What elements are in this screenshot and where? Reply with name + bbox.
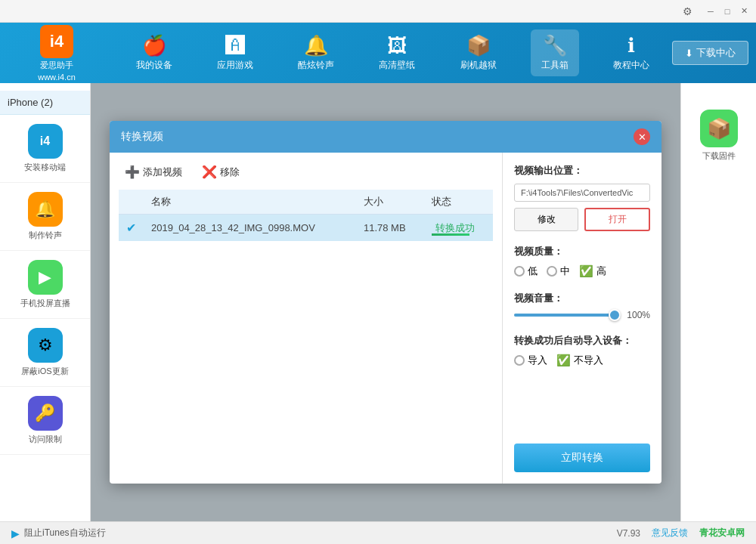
sidebar-item-install-app[interactable]: i4 安装移动端 [0,115,90,183]
nav-item-ringtone[interactable]: 🔔 酷炫铃声 [287,29,345,76]
quality-low-radio[interactable] [514,266,525,277]
logo-area: i4 爱思助手 www.i4.cn [8,25,106,82]
add-icon: ➕ [125,165,140,179]
nav-item-my-device[interactable]: 🍎 我的设备 [125,29,183,76]
sidebar-label-ringtone-make: 制作铃声 [29,230,62,241]
modal-settings: 视频输出位置： F:\i4Tools7\Files\ConvertedVic 修… [503,153,662,484]
itunes-icon: ▶ [11,527,20,539]
sidebar-item-ringtone-make[interactable]: 🔔 制作铃声 [0,183,90,251]
feedback-text[interactable]: 意见反馈 [652,527,688,539]
modal-toolbar: ➕ 添加视频 ❌ 移除 [119,162,493,182]
quality-medium-radio[interactable] [547,266,557,277]
row-status: 转换成功 [424,215,493,242]
watermark: 青花安卓网 [699,527,745,539]
volume-slider-track[interactable] [514,314,621,317]
header: i4 爱思助手 www.i4.cn 🍎 我的设备 🅰 应用游戏 🔔 酷炫铃声 🖼… [0,23,756,83]
sidebar-item-screen-cast[interactable]: ▶ 手机投屏直播 [0,251,90,319]
volume-slider-fill [514,314,621,317]
no-import-option[interactable]: ✅ 不导入 [556,354,603,367]
quality-low[interactable]: 低 [514,264,538,278]
nav-label-jailbreak: 刷机越狱 [460,59,497,72]
nav-item-wallpaper[interactable]: 🖼 高清壁纸 [368,29,426,76]
nav-right: ⬇ 下载中心 [672,41,748,65]
minimize-button[interactable]: ─ [705,5,717,17]
sidebar: iPhone (2) i4 安装移动端 🔔 制作铃声 ▶ 手机投屏直播 ⚙ 屏蔽… [0,83,91,521]
table-header-row: 名称 大小 状态 [119,190,493,215]
volume-slider-row: 100% [514,310,650,320]
nav-label-ringtone: 酷炫铃声 [298,59,334,72]
sidebar-label-screen-cast: 手机投屏直播 [20,298,70,309]
import-radio-group: 导入 ✅ 不导入 [514,354,650,367]
modify-path-button[interactable]: 修改 [514,208,578,231]
row-size: 11.78 MB [356,215,424,242]
nav-item-toolbox[interactable]: 🔧 工具箱 [531,29,579,76]
download-center-button[interactable]: ⬇ 下载中心 [672,41,748,65]
statusbar-left: ▶ 阻止iTunes自动运行 [11,527,106,539]
nav-item-jailbreak[interactable]: 📦 刷机越狱 [450,29,507,76]
modal-title: 转换视频 [121,130,163,144]
version-text: V7.93 [617,528,640,539]
volume-slider-thumb[interactable] [609,309,621,321]
open-path-button[interactable]: 打开 [584,208,650,231]
modal-header: 转换视频 ✕ [110,121,662,153]
nav-item-tutorial[interactable]: ℹ 教程中心 [603,29,660,76]
convert-button[interactable]: 立即转换 [514,444,650,472]
settings-icon[interactable]: ⚙ [683,5,692,17]
auto-import-label: 转换成功后自动导入设备： [514,334,650,348]
maximize-button[interactable]: □ [721,5,733,17]
import-radio[interactable] [514,355,525,366]
nav-item-app-game[interactable]: 🅰 应用游戏 [206,29,264,76]
window-close-button[interactable]: ✕ [738,5,750,17]
nav-icon-ringtone: 🔔 [304,34,328,57]
sidebar-item-block-update[interactable]: ⚙ 屏蔽iOS更新 [0,319,90,387]
nav-label-my-device: 我的设备 [136,59,172,72]
quality-high-check: ✅ [579,264,593,278]
quality-label: 视频质量： [514,245,650,258]
remove-video-button[interactable]: ❌ 移除 [196,162,246,182]
download-firmware-icon: 📦 [700,110,738,147]
nav-icon-app-game: 🅰 [225,34,245,57]
sidebar-icon-access-limit: 🔑 [28,396,63,431]
no-import-check: ✅ [556,354,571,367]
video-convert-modal: 转换视频 ✕ ➕ 添加视频 ❌ 移除 [110,121,662,484]
main-area: iPhone (2) i4 安装移动端 🔔 制作铃声 ▶ 手机投屏直播 ⚙ 屏蔽… [0,83,756,521]
file-table: 名称 大小 状态 ✔ 2019_04_28_13_42_IMG_0998.MOV… [119,190,493,241]
nav-label-app-game: 应用游戏 [217,59,253,72]
statusbar: ▶ 阻止iTunes自动运行 V7.93 意见反馈 青花安卓网 [0,521,756,544]
download-icon: ⬇ [685,48,693,59]
col-name: 名称 [144,190,356,215]
nav-icon-wallpaper: 🖼 [387,34,407,57]
modal-close-button[interactable]: ✕ [634,128,650,145]
logo-text: 爱思助手 [40,60,73,71]
nav-label-toolbox: 工具箱 [541,59,569,72]
add-video-button[interactable]: ➕ 添加视频 [119,162,188,182]
video-quality-group: 视频质量： 低 中 [514,245,650,278]
output-path-display: F:\i4Tools7\Files\ConvertedVic [514,184,650,202]
volume-label: 视频音量： [514,292,650,305]
nav-label-tutorial: 教程中心 [613,59,649,72]
content-area: 转换视频 ✕ ➕ 添加视频 ❌ 移除 [91,83,680,521]
table-row[interactable]: ✔ 2019_04_28_13_42_IMG_0998.MOV 11.78 MB… [119,215,493,242]
device-tab[interactable]: iPhone (2) [0,91,90,115]
download-firmware-item[interactable]: 📦 下载固件 [696,98,742,173]
nav-label-wallpaper: 高清壁纸 [379,59,415,72]
nav-icon-toolbox: 🔧 [543,34,567,57]
sidebar-item-access-limit[interactable]: 🔑 访问限制 [0,387,90,455]
modal-body: ➕ 添加视频 ❌ 移除 [110,153,662,484]
sidebar-icon-block-update: ⚙ [28,328,63,363]
logo-sub: www.i4.cn [38,73,76,82]
sidebar-icon-install-app: i4 [28,124,63,159]
titlebar: ⚙ ─ □ ✕ [0,0,756,23]
file-table-body: ✔ 2019_04_28_13_42_IMG_0998.MOV 11.78 MB… [119,215,493,242]
itunes-text: 阻止iTunes自动运行 [24,527,106,539]
statusbar-right: V7.93 意见反馈 青花安卓网 [617,527,745,539]
quality-medium[interactable]: 中 [547,264,570,278]
row-check: ✔ [119,215,144,242]
col-size: 大小 [356,190,424,215]
col-status: 状态 [424,190,493,215]
modal-overlay: 转换视频 ✕ ➕ 添加视频 ❌ 移除 [91,83,680,521]
sidebar-label-access-limit: 访问限制 [29,434,62,445]
quality-high[interactable]: ✅ 高 [579,264,606,278]
import-option[interactable]: 导入 [514,354,547,367]
volume-value: 100% [627,310,650,320]
